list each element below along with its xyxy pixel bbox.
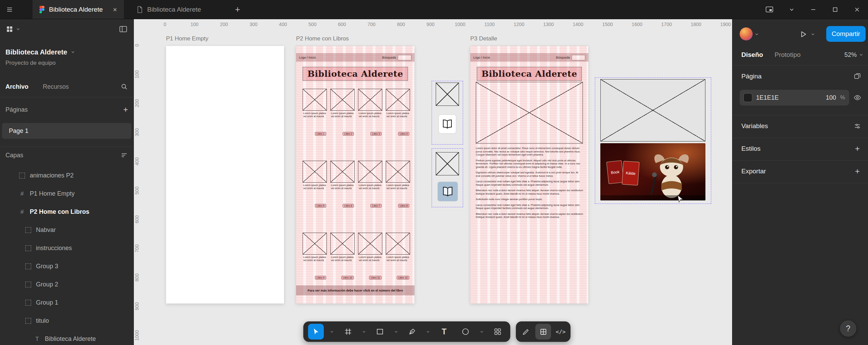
page-color-opacity[interactable]: 100 <box>826 94 836 101</box>
book-number-chip[interactable]: Libro 7 <box>370 204 382 208</box>
shape-tool-menu-chevron[interactable] <box>394 330 398 334</box>
comment-tool-menu-chevron[interactable] <box>479 330 484 334</box>
workspace-grid-icon[interactable] <box>6 26 13 33</box>
add-page-button[interactable]: + <box>123 105 128 114</box>
actions-button[interactable] <box>490 324 506 340</box>
layout-grid-mode-button[interactable] <box>535 324 551 340</box>
canvas[interactable]: 0100200300400500600700800900100011001200… <box>133 19 732 345</box>
frame-label-p1[interactable]: P1 Home Empty <box>166 35 208 42</box>
help-button[interactable]: ? <box>840 320 856 337</box>
page-color-hex[interactable]: 1E1E1E <box>756 94 779 101</box>
page-color-swatch[interactable] <box>744 94 752 102</box>
book-number-chip[interactable]: Libro 11 <box>369 276 382 280</box>
new-tab-button[interactable]: + <box>230 0 245 19</box>
file-tab-secondary[interactable]: Biblioteca Alderete <box>130 0 216 19</box>
frame-tool-button[interactable] <box>340 324 356 340</box>
animation-group-2[interactable] <box>432 148 463 207</box>
book-card[interactable]: Lorem ipsum platea vel enim at maurisLib… <box>386 161 410 209</box>
workspace-menu-chevron-icon[interactable] <box>16 27 21 32</box>
page-color-field[interactable]: 1E1E1E 100 % <box>740 90 849 106</box>
book-card[interactable]: Lorem ipsum platea vel enim at maurisLib… <box>303 89 327 137</box>
move-tool-button[interactable] <box>308 324 324 340</box>
layout-pip-icon[interactable] <box>765 6 774 13</box>
book-card[interactable]: Lorem ipsum platea vel enim at maurisLib… <box>303 161 327 209</box>
p2-search-input[interactable] <box>398 55 411 60</box>
detail-assets-group[interactable]: Book Kálde <box>595 77 711 204</box>
book-number-chip[interactable]: Libro 5 <box>315 204 326 208</box>
book-card[interactable]: Lorem ipsum platea vel enim at maurisLib… <box>386 89 410 137</box>
window-menu-chevron-icon[interactable] <box>789 7 795 13</box>
frame-label-p3[interactable]: P3 Detalle <box>470 35 497 42</box>
pen-tool-button[interactable] <box>404 324 420 340</box>
variables-settings-icon[interactable] <box>852 120 863 132</box>
layer-list-options-icon[interactable] <box>120 151 128 159</box>
move-tool-menu-chevron[interactable] <box>330 330 334 334</box>
present-menu-chevron-icon[interactable] <box>810 32 815 37</box>
maximize-icon[interactable] <box>832 6 839 13</box>
book-number-chip[interactable]: Libro 1 <box>315 132 326 136</box>
pen-tool-menu-chevron[interactable] <box>426 330 431 334</box>
page-item-page-1[interactable]: Page 1 <box>2 123 131 139</box>
layer-item-p2-home-con-libros[interactable]: #P2 Home con Libros <box>0 203 133 221</box>
layer-item-p1-home-empty[interactable]: #P1 Home Empty <box>0 185 133 203</box>
tab-prototipo[interactable]: Prototipo <box>775 45 801 65</box>
layer-item-group-1[interactable]: Group 1 <box>0 294 133 312</box>
annotate-mode-button[interactable] <box>518 324 534 340</box>
page-color-visibility-button[interactable] <box>852 92 863 103</box>
close-window-icon[interactable] <box>854 6 860 13</box>
animation-group-1[interactable] <box>432 81 463 145</box>
add-style-button[interactable]: + <box>852 143 863 155</box>
book-number-chip[interactable]: Libro 9 <box>315 276 326 280</box>
add-export-button[interactable]: + <box>852 165 863 177</box>
book-card[interactable]: Lorem ipsum platea vel enim at maurisLib… <box>330 89 355 137</box>
tab-close-button[interactable]: × <box>113 5 117 14</box>
book-card[interactable]: Lorem ipsum platea vel enim at maurisLib… <box>330 161 355 209</box>
book-number-chip[interactable]: Libro 6 <box>343 204 354 208</box>
avatar[interactable] <box>740 27 753 40</box>
book-number-chip[interactable]: Libro 3 <box>370 132 382 136</box>
book-number-chip[interactable]: Libro 10 <box>341 276 354 280</box>
book-number-chip[interactable]: Libro 4 <box>398 132 409 136</box>
book-number-chip[interactable]: Libro 2 <box>343 132 354 136</box>
zoom-control[interactable]: 52% <box>844 45 864 65</box>
file-title-row[interactable]: Biblioteca Alderete <box>5 46 75 58</box>
layer-item-nabvar[interactable]: Nabvar <box>0 221 133 239</box>
pages-swap-icon[interactable] <box>852 70 863 82</box>
layer-item-instrucciones[interactable]: instrucciones <box>0 239 133 257</box>
share-button[interactable]: Compartir <box>826 26 866 42</box>
dev-mode-button[interactable]: </> <box>553 324 569 340</box>
file-tab-current[interactable]: Biblioteca Alderete × <box>33 0 124 19</box>
horizontal-ruler[interactable]: 0100200300400500600700800900100011001200… <box>133 19 732 30</box>
frame-p2-home-con-libros[interactable]: Logo / Inicio Búsqueda Biblioteca Aldere… <box>296 46 414 304</box>
layer-item-group-2[interactable]: Group 2 <box>0 275 133 294</box>
book-card[interactable]: Lorem ipsum platea vel enim at maurisLib… <box>358 89 382 137</box>
frame-tool-menu-chevron[interactable] <box>361 330 366 334</box>
book-card[interactable]: Lorem ipsum platea vel enim at maurisLib… <box>386 233 410 281</box>
book-number-chip[interactable]: Libro 12 <box>397 276 409 280</box>
tab-archivo[interactable]: Archivo <box>5 83 28 90</box>
book-number-chip[interactable]: Libro 8 <box>398 204 409 208</box>
minimize-icon[interactable] <box>810 6 817 13</box>
search-icon[interactable] <box>120 83 128 90</box>
toggle-sidebar-icon[interactable] <box>119 25 127 33</box>
tab-diseno[interactable]: Diseño <box>741 45 763 65</box>
frame-p1-home-empty[interactable] <box>166 46 284 304</box>
p3-search-input[interactable] <box>572 55 585 60</box>
shape-tool-button[interactable] <box>372 324 388 340</box>
file-title-chevron-icon[interactable] <box>71 50 75 54</box>
tab-recursos[interactable]: Recursos <box>43 83 69 90</box>
layer-item-group-3[interactable]: Group 3 <box>0 257 133 275</box>
layer-item-animaciones-p2[interactable]: animaciones P2 <box>0 167 133 185</box>
layer-item-titulo[interactable]: titulo <box>0 312 133 330</box>
layer-item-biblioteca-alderete[interactable]: TBiblioteca Alderete <box>0 330 133 345</box>
avatar-menu-chevron-icon[interactable] <box>754 32 759 37</box>
comment-tool-button[interactable] <box>458 324 473 340</box>
present-button[interactable] <box>798 29 808 39</box>
main-menu-button[interactable] <box>0 0 19 19</box>
text-tool-button[interactable]: T <box>436 324 452 340</box>
vertical-ruler[interactable]: 01002003004005006007008009001000 <box>133 19 145 345</box>
book-icon-tile[interactable] <box>439 115 456 133</box>
book-icon-tile-highlighted[interactable] <box>438 182 458 201</box>
frame-p3-detalle[interactable]: Logo / Inicio Búsqueda Biblioteca Aldere… <box>470 46 588 304</box>
book-card[interactable]: Lorem ipsum platea vel enim at maurisLib… <box>330 233 355 281</box>
